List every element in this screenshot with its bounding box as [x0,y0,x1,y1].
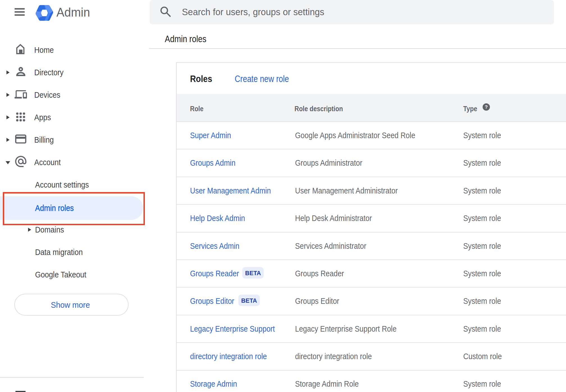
svg-text:?: ? [485,104,488,110]
